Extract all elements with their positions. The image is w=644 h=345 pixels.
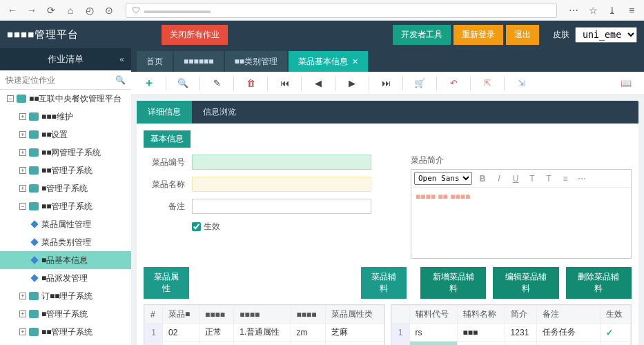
- search-input[interactable]: [6, 75, 115, 85]
- relogin-button[interactable]: 重新登录: [453, 25, 503, 45]
- delete-button[interactable]: 🗑: [240, 75, 262, 92]
- reload-icon[interactable]: ⟳: [43, 2, 59, 19]
- export-button[interactable]: ⇱: [476, 75, 498, 92]
- tree-item[interactable]: +■■■维护: [0, 108, 131, 126]
- close-icon[interactable]: ✕: [352, 57, 358, 66]
- remark-label: 备注: [144, 201, 185, 213]
- edit-aux-button[interactable]: 编辑菜品辅料: [493, 267, 558, 299]
- close-all-button[interactable]: 关闭所有作业: [162, 25, 228, 45]
- editor-content[interactable]: ■■■■ ■■ ■■■■: [411, 188, 631, 206]
- book-button[interactable]: 📖: [615, 75, 637, 92]
- tree-item[interactable]: +■管理子系统: [0, 179, 131, 197]
- add-aux-button[interactable]: 新增菜品辅料: [420, 267, 486, 299]
- devtools-button[interactable]: 开发者工具: [393, 25, 451, 45]
- desc-label: 菜品简介: [411, 155, 444, 165]
- tree-item[interactable]: +■■■■理子系统: [0, 341, 131, 345]
- italic-icon[interactable]: I: [493, 174, 505, 184]
- undo-button[interactable]: ↶: [442, 75, 465, 92]
- tree-leaf[interactable]: ■品派发管理: [0, 269, 131, 287]
- table-header: 简介: [505, 306, 536, 324]
- page-tab[interactable]: 菜品基本信息✕: [289, 51, 368, 72]
- sidebar: 作业清单 « 🔍 −■■互联中央餐饮管理平台+■■■维护+■■设置+■■网管理子…: [0, 48, 131, 345]
- tree-item[interactable]: −■■管理子系统: [0, 197, 131, 215]
- skin-label: 皮肤: [553, 29, 569, 41]
- table-header: ■■■■: [291, 306, 325, 324]
- tree-leaf[interactable]: 菜品类别管理: [0, 233, 131, 251]
- tree-item[interactable]: +■■设置: [0, 126, 131, 144]
- del-aux-button[interactable]: 删除菜品辅料: [566, 267, 632, 299]
- underline-icon[interactable]: U: [509, 174, 522, 184]
- next-button[interactable]: ▶: [341, 75, 363, 92]
- page-tabs: 首页■■■■■■■■类别管理菜品基本信息✕: [131, 48, 644, 72]
- align-icon[interactable]: ≡: [559, 174, 572, 184]
- table-row[interactable]: 202中份2.价格属性fl分量: [145, 342, 384, 346]
- effective-checkbox[interactable]: [192, 222, 201, 231]
- home-icon[interactable]: ⌂: [62, 2, 79, 19]
- back-icon[interactable]: ←: [4, 2, 21, 19]
- search-button[interactable]: 🔍: [172, 75, 194, 92]
- search-icon[interactable]: 🔍: [115, 75, 126, 85]
- rich-editor[interactable]: Open Sans B I U T T ≡ ⋯ ■■■■ ■■ ■■■■: [411, 169, 632, 259]
- cart-button[interactable]: 🛒: [409, 75, 431, 92]
- tree-leaf[interactable]: ■品基本信息: [0, 251, 131, 269]
- attr-tag-button[interactable]: 菜品属性: [144, 267, 189, 299]
- tree-item[interactable]: +■■管理子系统: [0, 323, 131, 341]
- table-row[interactable]: 102正常1.普通属性zm芝麻: [145, 324, 384, 342]
- app-brand: ■■■■管理平台: [7, 28, 79, 41]
- bold-icon[interactable]: B: [476, 174, 489, 184]
- tab-browse[interactable]: 信息浏览: [192, 101, 247, 124]
- tree-item[interactable]: +■■网管理子系统: [0, 144, 131, 161]
- download-icon[interactable]: ⤓: [604, 2, 621, 19]
- tree-root[interactable]: −■■互联中央餐饮管理平台: [0, 90, 131, 108]
- table-header: 辅料代号: [409, 306, 457, 324]
- section-title: 基本信息: [144, 130, 191, 148]
- table-row[interactable]: 1rs■■■1231任务任务✓: [391, 324, 631, 342]
- sidebar-tree: −■■互联中央餐饮管理平台+■■■维护+■■设置+■■网管理子系统+■■管理子系…: [0, 90, 131, 345]
- menu-icon[interactable]: ⋯: [565, 2, 582, 19]
- import-button[interactable]: ⇲: [510, 75, 532, 92]
- last-button[interactable]: ⏭: [375, 75, 397, 92]
- table-header: ■■■■: [234, 306, 291, 324]
- fontsize-icon[interactable]: T: [526, 174, 538, 184]
- table-header: [391, 306, 409, 324]
- aux-table: 辅料代号辅料名称简介备注生效1rs■■■1231任务任务✓2ss■■■■123e…: [391, 304, 632, 345]
- page-tab[interactable]: ■■类别管理: [225, 51, 288, 72]
- page-tab[interactable]: 首页: [137, 51, 173, 72]
- page-tab[interactable]: ■■■■■■: [174, 51, 224, 72]
- collapse-icon[interactable]: «: [119, 55, 124, 64]
- table-header: 菜品属性类: [326, 306, 384, 324]
- forward-icon[interactable]: →: [23, 2, 40, 19]
- name-input[interactable]: [192, 177, 371, 192]
- sidebar-title: 作业清单 «: [0, 48, 131, 70]
- edit-button[interactable]: ✎: [206, 75, 228, 92]
- effective-label: 生效: [204, 221, 220, 233]
- table-header: 辅料名称: [457, 306, 505, 324]
- tree-item[interactable]: +■管理子系统: [0, 305, 131, 323]
- more-icon[interactable]: ⋯: [576, 174, 588, 184]
- table-row[interactable]: 2ss■■■■123esfesfsefsefs✓: [391, 342, 631, 346]
- toolbar: ＋ 🔍 ✎ 🗑 ⏮ ◀ ▶ ⏭ 🛒 ↶ ⇱ ⇲ 📖: [131, 72, 644, 95]
- font-select[interactable]: Open Sans: [414, 172, 472, 185]
- code-label: 菜品编号: [144, 157, 185, 168]
- table-header: 生效: [601, 306, 631, 324]
- table-header: 菜品■: [163, 306, 199, 324]
- logout-button[interactable]: 退出: [506, 25, 539, 45]
- tree-leaf[interactable]: 菜品属性管理: [0, 215, 131, 233]
- tree-item[interactable]: +■■管理子系统: [0, 161, 131, 179]
- fontcolor-icon[interactable]: T: [543, 174, 555, 184]
- tree-item[interactable]: +订■■理子系统: [0, 287, 131, 305]
- hamburger-icon[interactable]: ≡: [623, 2, 640, 19]
- tab-detail[interactable]: 详细信息: [137, 101, 192, 124]
- code-input[interactable]: [192, 155, 371, 170]
- clock-icon[interactable]: ⊙: [101, 2, 117, 19]
- history-icon[interactable]: ◴: [81, 2, 98, 19]
- sidebar-search[interactable]: 🔍: [0, 70, 131, 90]
- first-button[interactable]: ⏮: [273, 75, 295, 92]
- skin-select[interactable]: uni_emerald: [575, 27, 637, 43]
- aux-tag-button[interactable]: 菜品辅料: [361, 267, 407, 299]
- star-icon[interactable]: ☆: [585, 2, 601, 19]
- add-button[interactable]: ＋: [138, 75, 160, 92]
- remark-input[interactable]: [192, 199, 371, 214]
- prev-button[interactable]: ◀: [307, 75, 329, 92]
- address-bar[interactable]: 🛡 ▬▬▬▬▬▬▬▬: [126, 3, 557, 18]
